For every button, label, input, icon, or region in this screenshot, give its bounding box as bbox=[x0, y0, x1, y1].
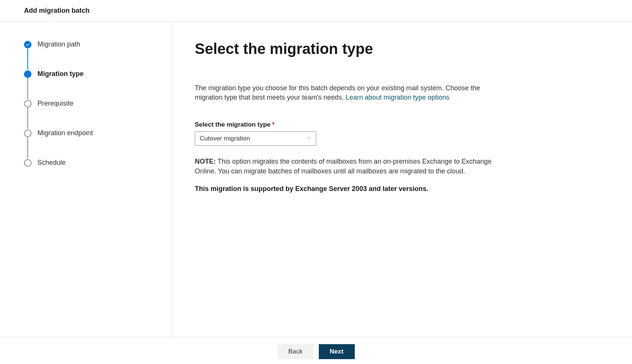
step-label: Schedule bbox=[37, 159, 66, 167]
note-text: This option migrates the contents of mai… bbox=[195, 158, 492, 175]
migration-type-field: Select the migration type* Cutover migra… bbox=[195, 121, 509, 146]
step-label: Prerequisite bbox=[37, 100, 73, 107]
wizard-stepper: Migration path Migration type Prerequisi… bbox=[24, 40, 148, 167]
step-indicator-current bbox=[24, 70, 31, 78]
page-title: Add migration batch bbox=[24, 7, 608, 15]
wizard-sidebar: Migration path Migration type Prerequisi… bbox=[0, 22, 172, 337]
support-text: This migration is supported by Exchange … bbox=[195, 185, 509, 193]
step-connector bbox=[27, 78, 28, 99]
required-marker: * bbox=[272, 121, 275, 128]
step-migration-endpoint[interactable]: Migration endpoint bbox=[24, 129, 148, 159]
content-title: Select the migration type bbox=[195, 40, 509, 57]
step-label: Migration endpoint bbox=[37, 129, 93, 137]
step-indicator-upcoming bbox=[24, 130, 31, 137]
step-indicator-upcoming bbox=[24, 100, 31, 107]
step-label: Migration path bbox=[37, 40, 80, 48]
content-description: The migration type you choose for this b… bbox=[195, 84, 509, 102]
back-button[interactable]: Back bbox=[278, 344, 314, 359]
step-label: Migration type bbox=[37, 70, 84, 78]
page-header: Add migration batch bbox=[0, 0, 632, 22]
note-label: NOTE: bbox=[195, 158, 216, 165]
step-indicator-completed bbox=[24, 41, 31, 48]
wizard-content: Select the migration type The migration … bbox=[172, 22, 532, 337]
step-indicator-upcoming bbox=[24, 159, 31, 167]
step-migration-path[interactable]: Migration path bbox=[24, 40, 148, 70]
step-connector bbox=[27, 107, 28, 129]
step-prerequisite[interactable]: Prerequisite bbox=[24, 100, 148, 129]
migration-type-select[interactable]: Cutover migration bbox=[195, 131, 316, 146]
main-container: Migration path Migration type Prerequisi… bbox=[0, 22, 632, 337]
step-connector bbox=[27, 48, 28, 70]
step-connector bbox=[27, 137, 28, 158]
label-text: Select the migration type bbox=[195, 121, 270, 128]
next-button[interactable]: Next bbox=[319, 344, 355, 359]
checkmark-icon bbox=[25, 42, 30, 47]
step-migration-type[interactable]: Migration type bbox=[24, 70, 148, 100]
migration-type-label: Select the migration type* bbox=[195, 121, 509, 128]
learn-more-link[interactable]: Learn about migration type options bbox=[346, 94, 450, 101]
wizard-footer: Back Next bbox=[0, 337, 632, 364]
step-schedule[interactable]: Schedule bbox=[24, 159, 148, 167]
note-section: NOTE: This option migrates the contents … bbox=[195, 157, 509, 176]
select-wrapper: Cutover migration bbox=[195, 131, 316, 146]
